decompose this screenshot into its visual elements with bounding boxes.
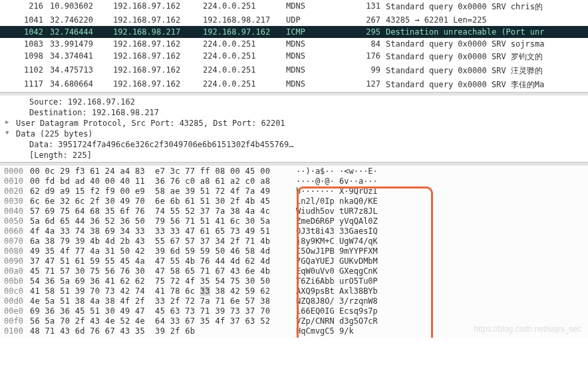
hex-row[interactable]: 00306c 6e 32 6c 2f 30 49 70 6e 6b 61 51 … (0, 196, 588, 206)
cell-len: 127 (353, 79, 386, 91)
cell-proto: ICMP (286, 27, 353, 37)
hex-bytes: 69 36 36 45 51 30 49 47 45 63 73 71 39 7… (30, 306, 296, 316)
hex-bytes: 57 69 75 64 68 35 6f 76 74 55 52 37 7a 3… (30, 206, 296, 216)
cell-proto: MDNS (286, 51, 353, 63)
cell-info: 43285 → 62201 Len=225 (386, 15, 588, 25)
packet-row[interactable]: 104232.746444192.168.98.217192.168.97.16… (0, 26, 588, 38)
hex-offset: 0000 (0, 167, 30, 177)
cell-proto: MDNS (286, 65, 353, 77)
watermark-text: https://blog.csdn.net/sojrs_sec (474, 324, 581, 334)
hex-bytes: 48 71 43 6d 76 67 43 35 39 2f 6b (30, 326, 296, 336)
cell-time: 34.374041 (50, 51, 113, 63)
cell-src: 192.168.97.162 (113, 65, 203, 77)
hex-dump[interactable]: 000000 0c 29 f3 61 24 a4 83 e7 3c 77 ff … (0, 165, 588, 338)
packet-row[interactable]: 110234.475713192.168.97.162224.0.0.251MD… (0, 64, 588, 78)
packet-row[interactable]: 104132.746220192.168.97.162192.168.98.21… (0, 14, 588, 26)
cell-proto: UDP (286, 15, 353, 25)
cell-proto: MDNS (286, 79, 353, 91)
cell-dst: 224.0.0.251 (203, 39, 286, 49)
cell-len: 84 (353, 39, 386, 49)
hex-ascii: ln2l/0Ip nkaQ0/KE (296, 196, 378, 206)
hex-offset: 0010 (0, 177, 30, 186)
chevron-down-icon[interactable]: ▼ (5, 129, 9, 136)
cell-dst: 224.0.0.251 (203, 1, 286, 13)
hex-ascii: i66EQ0IG Ecsq9s7p (296, 306, 378, 316)
cell-src: 192.168.97.162 (113, 39, 203, 49)
hex-row[interactable]: 008049 35 4f 77 4a 31 50 42 39 6d 59 59 … (0, 246, 588, 256)
cell-no: 1083 (0, 39, 50, 49)
packet-row[interactable]: 108333.991479192.168.97.162224.0.0.251MD… (0, 38, 588, 50)
cell-src: 192.168.97.162 (113, 79, 203, 91)
hex-offset: 0070 (0, 236, 30, 246)
cell-time: 34.680664 (50, 79, 113, 91)
packet-row[interactable]: 21610.903602192.168.97.162224.0.0.251MDN… (0, 0, 588, 14)
hex-row[interactable]: 00e069 36 36 45 51 30 49 47 45 63 73 71 … (0, 306, 588, 316)
detail-data-length[interactable]: [Length: 225] (0, 150, 588, 161)
hex-ascii: EqW0uVv0 GXeqgCnK (296, 266, 378, 276)
hex-offset: 0100 (0, 326, 30, 336)
hex-row[interactable]: 00c041 58 51 39 70 73 42 74 41 78 6c 33 … (0, 286, 588, 296)
hex-row[interactable]: 00a045 71 57 30 75 56 76 30 47 58 65 71 … (0, 266, 588, 276)
cell-no: 1098 (0, 51, 50, 63)
hex-row[interactable]: 00604f 4a 33 74 38 69 34 33 33 33 47 61 … (0, 226, 588, 236)
cell-proto: MDNS (286, 1, 353, 13)
hex-bytes: 56 5a 70 2f 43 4e 52 4e 64 33 67 35 4f 3… (30, 316, 296, 326)
cell-len: 295 (353, 27, 386, 37)
detail-data-value[interactable]: Data: 3951724f7a496c6e326c2f3049706e6b61… (0, 139, 588, 150)
hex-bytes: 6a 38 79 39 4b 4d 2b 43 55 67 57 37 34 2… (30, 236, 296, 246)
hex-offset: 0050 (0, 216, 30, 226)
hex-bytes: 37 47 51 61 59 55 45 4a 47 55 4b 76 44 4… (30, 256, 296, 266)
packet-row[interactable]: 111734.680664192.168.97.162224.0.0.251MD… (0, 78, 588, 92)
cell-no: 1042 (0, 27, 50, 37)
cell-time: 32.746220 (50, 15, 113, 25)
hex-row[interactable]: 002062 d9 a9 15 f2 f9 00 e9 58 ae 39 51 … (0, 186, 588, 196)
hex-bytes: 4f 4a 33 74 38 69 34 33 33 33 47 61 65 7… (30, 226, 296, 236)
hex-ascii: Wiudh5ov tUR7z8JL (296, 206, 378, 216)
hex-offset: 00c0 (0, 286, 30, 296)
cell-info: Standard query 0x0000 SRV 汪灵骅的 (386, 65, 588, 77)
detail-destination[interactable]: Destination: 192.168.98.217 (0, 107, 588, 118)
cell-src: 192.168.97.162 (113, 15, 203, 25)
hex-row[interactable]: 00706a 38 79 39 4b 4d 2b 43 55 67 57 37 … (0, 236, 588, 246)
hex-bytes: 54 36 5a 69 36 41 62 62 75 72 4f 35 54 7… (30, 276, 296, 286)
hex-row[interactable]: 001000 fd bd ad 40 00 40 11 36 76 c0 a8 … (0, 177, 588, 186)
hex-bytes: 45 71 57 30 75 56 76 30 47 58 65 71 67 4… (30, 266, 296, 276)
cell-len: 99 (353, 65, 386, 77)
hex-ascii: HqCmvgC5 9/k (296, 326, 354, 336)
cell-src: 192.168.98.217 (113, 27, 203, 37)
detail-data-header[interactable]: ▼ Data (225 bytes) (0, 129, 588, 139)
hex-row[interactable]: 00d04e 5a 51 38 4a 38 4f 2f 33 2f 72 7a … (0, 296, 588, 306)
cell-time: 34.475713 (50, 65, 113, 77)
cell-src: 192.168.97.162 (113, 51, 203, 63)
hex-ascii: b······· X·9QrOzI (296, 186, 378, 196)
packet-details[interactable]: Source: 192.168.97.162 Destination: 192.… (0, 95, 588, 163)
hex-offset: 00e0 (0, 306, 30, 316)
hex-offset: 00b0 (0, 276, 30, 286)
hex-offset: 0030 (0, 196, 30, 206)
hex-row[interactable]: 00505a 6d 65 44 36 52 36 50 79 56 71 51 … (0, 216, 588, 226)
hex-row[interactable]: 004057 69 75 64 68 35 6f 76 74 55 52 37 … (0, 206, 588, 216)
hex-row[interactable]: 000000 0c 29 f3 61 24 a4 83 e7 3c 77 ff … (0, 167, 588, 177)
packet-list[interactable]: 21610.903602192.168.97.162224.0.0.251MDN… (0, 0, 588, 93)
cell-no: 216 (0, 1, 50, 13)
hex-row[interactable]: 009037 47 51 61 59 55 45 4a 47 55 4b 76 … (0, 256, 588, 266)
packet-row[interactable]: 109834.374041192.168.97.162224.0.0.251MD… (0, 50, 588, 64)
hex-bytes: 5a 6d 65 44 36 52 36 50 79 56 71 51 41 6… (30, 216, 296, 226)
hex-row[interactable]: 00b054 36 5a 69 36 41 62 62 75 72 4f 35 … (0, 276, 588, 286)
cell-info: Destination unreachable (Port unr (386, 27, 588, 37)
chevron-right-icon[interactable]: ▶ (5, 119, 9, 125)
hex-ascii: ··)·a$·· ·<w···E· (296, 167, 378, 177)
detail-udp[interactable]: ▶ User Datagram Protocol, Src Port: 4328… (0, 118, 588, 129)
detail-data-header-text: Data (225 bytes) (16, 129, 93, 139)
hex-ascii: I5OwJ1PB 9mYYPFXM (296, 246, 378, 256)
hex-ascii: 7GQaYUEJ GUKvDMbM (296, 256, 378, 266)
hex-ascii: OJ3t8i43 33GaesIQ (296, 226, 378, 236)
detail-source[interactable]: Source: 192.168.97.162 (0, 97, 588, 107)
hex-bytes: 4e 5a 51 38 4a 38 4f 2f 33 2f 72 7a 71 6… (30, 296, 296, 306)
hex-ascii: NZQ8J8O/ 3/rzqnW8 (296, 296, 378, 306)
hex-offset: 0040 (0, 206, 30, 216)
cell-src: 192.168.97.162 (113, 1, 203, 13)
cell-no: 1102 (0, 65, 50, 77)
hex-offset: 0090 (0, 256, 30, 266)
cell-dst: 192.168.98.217 (203, 15, 286, 25)
